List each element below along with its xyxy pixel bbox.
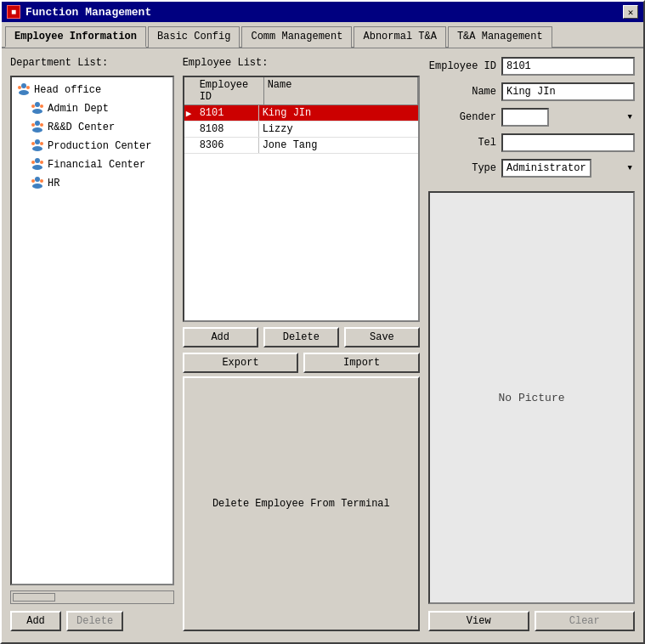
list-header: Employee ID Name	[184, 77, 418, 105]
svg-point-23	[40, 179, 43, 183]
delete-employee-button[interactable]: Delete	[263, 327, 339, 347]
group-icon	[31, 156, 44, 173]
tab-bar: Employee Information Basic Config Comm M…	[2, 22, 643, 48]
tab-ta-management[interactable]: T&A Management	[448, 26, 552, 48]
tree-item-label: Production Center	[48, 140, 151, 152]
tab-employee-information[interactable]: Employee Information	[5, 26, 146, 48]
employee-list[interactable]: Employee ID Name ▶ 8101 King JIn 8108 Li…	[183, 76, 420, 322]
close-button[interactable]: ✕	[623, 5, 638, 19]
name-input[interactable]	[501, 82, 635, 101]
svg-point-5	[32, 109, 42, 114]
tel-input[interactable]	[501, 133, 635, 152]
tel-label: Tel	[428, 137, 496, 149]
employee-id-cell: 8101	[196, 105, 259, 121]
svg-point-6	[31, 105, 35, 108]
tab-abnormal-ta[interactable]: Abnormal T&A	[354, 26, 445, 48]
left-panel: Department List: Head office	[10, 57, 174, 631]
svg-point-15	[40, 142, 43, 145]
svg-point-18	[31, 161, 35, 164]
tree-item-hr[interactable]: HR	[15, 174, 169, 193]
tree-item-label: Admin Dept	[48, 103, 109, 115]
type-label: Type	[428, 162, 496, 174]
clear-button[interactable]: Clear	[535, 611, 636, 631]
add-employee-button[interactable]: Add	[183, 327, 258, 347]
main-window: ■ Function Management ✕ Employee Informa…	[0, 0, 645, 644]
view-button[interactable]: View	[428, 611, 529, 631]
middle-panel: Employee List: Employee ID Name ▶ 8101 K…	[183, 57, 420, 631]
tree-item-label: R&&D Center	[48, 121, 115, 133]
right-bottom-buttons: View Clear	[428, 611, 635, 631]
left-bottom-buttons: Add Delete	[10, 611, 174, 631]
type-row: Type Administrator Employee	[428, 159, 635, 178]
svg-point-10	[31, 123, 35, 127]
type-select[interactable]: Administrator Employee	[501, 159, 591, 178]
add-department-button[interactable]: Add	[10, 611, 61, 631]
employee-name-cell: Jone Tang	[259, 138, 418, 153]
table-row[interactable]: 8306 Jone Tang	[184, 138, 418, 154]
group-icon	[31, 100, 44, 117]
col-header-name: Name	[264, 77, 418, 105]
delete-department-button[interactable]: Delete	[66, 611, 123, 631]
svg-point-14	[31, 142, 35, 145]
svg-point-8	[35, 121, 40, 126]
tree-item-head-office[interactable]: Head office	[15, 81, 169, 99]
gender-select-wrapper: Male Female	[501, 108, 635, 127]
tree-item-rnd-center[interactable]: R&&D Center	[15, 118, 169, 137]
tree-item-admin-dept[interactable]: Admin Dept	[15, 99, 169, 118]
tab-basic-config[interactable]: Basic Config	[148, 26, 240, 48]
employee-id-label: Employee ID	[428, 60, 496, 72]
table-row[interactable]: ▶ 8101 King JIn	[184, 105, 418, 121]
save-employee-button[interactable]: Save	[344, 327, 420, 347]
svg-point-13	[32, 146, 42, 151]
employee-name-cell: Lizzy	[259, 121, 418, 137]
svg-point-0	[21, 83, 26, 88]
department-list-label: Department List:	[10, 57, 174, 69]
group-icon	[31, 175, 44, 192]
tree-item-production-center[interactable]: Production Center	[15, 137, 169, 155]
group-icon	[17, 82, 31, 99]
picture-box: No Picture	[428, 191, 635, 604]
middle-top-buttons: Add Delete Save	[183, 327, 420, 347]
export-button[interactable]: Export	[183, 353, 299, 373]
col-header-id: Employee ID	[196, 77, 264, 105]
svg-point-3	[26, 86, 30, 89]
employee-id-cell: 8306	[196, 138, 259, 153]
tree-item-label: Financial Center	[48, 159, 145, 171]
gender-select[interactable]: Male Female	[501, 108, 549, 127]
svg-point-2	[18, 86, 21, 89]
gender-label: Gender	[428, 111, 496, 123]
middle-export-import-buttons: Export Import	[183, 353, 420, 373]
employee-id-cell: 8108	[196, 121, 259, 137]
tree-scrollbar[interactable]	[10, 590, 174, 604]
svg-point-4	[35, 102, 40, 107]
type-select-wrapper: Administrator Employee	[501, 159, 635, 178]
tab-comm-management[interactable]: Comm Management	[241, 26, 352, 48]
svg-point-16	[35, 158, 40, 163]
svg-point-1	[19, 90, 29, 95]
gender-row: Gender Male Female	[428, 108, 635, 127]
delete-terminal-button[interactable]: Delete Employee From Terminal	[183, 376, 420, 631]
import-button[interactable]: Import	[303, 353, 420, 373]
tree-item-label: HR	[48, 178, 59, 189]
svg-point-21	[32, 184, 42, 189]
employee-name-cell: King JIn	[259, 105, 418, 121]
employee-list-label: Employee List:	[183, 57, 420, 69]
group-icon	[31, 119, 44, 136]
tree-item-financial-center[interactable]: Financial Center	[15, 155, 169, 174]
svg-point-12	[35, 139, 40, 144]
name-row: Name	[428, 82, 635, 101]
row-arrow: ▶	[184, 108, 196, 119]
tree-item-label: Head office	[34, 84, 101, 96]
app-icon: ■	[7, 5, 20, 19]
svg-point-19	[40, 161, 43, 164]
department-tree[interactable]: Head office Admin Dept	[10, 76, 174, 585]
table-row[interactable]: 8108 Lizzy	[184, 121, 418, 138]
group-icon	[31, 138, 44, 155]
employee-list-body[interactable]: ▶ 8101 King JIn 8108 Lizzy 8306 Jone Tan…	[184, 105, 418, 320]
name-label: Name	[428, 86, 496, 98]
main-content: Department List: Head office	[2, 48, 643, 640]
svg-point-20	[35, 177, 40, 182]
tel-row: Tel	[428, 133, 635, 152]
employee-id-input[interactable]	[501, 57, 635, 76]
title-bar: ■ Function Management ✕	[2, 2, 643, 22]
